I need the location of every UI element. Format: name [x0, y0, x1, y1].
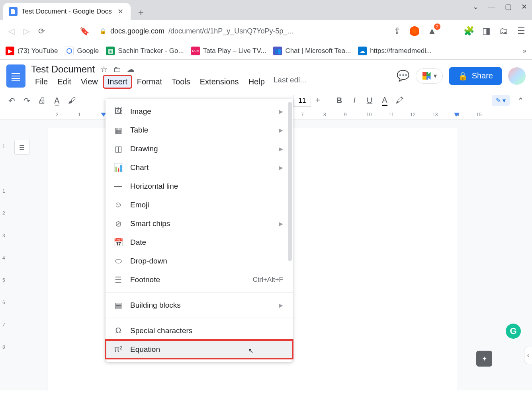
- drawing-icon: ◫: [113, 144, 123, 154]
- last-edit-link[interactable]: Last edi...: [274, 76, 306, 88]
- submenu-arrow-icon: ▶: [279, 302, 283, 308]
- spellcheck-button[interactable]: A̲: [50, 94, 64, 107]
- comments-button[interactable]: 💬: [397, 70, 409, 82]
- insert-smart-chips[interactable]: ⊘Smart chips▶: [106, 214, 293, 233]
- cloud-status-icon[interactable]: ☁: [127, 64, 135, 74]
- undo-button[interactable]: ↶: [5, 94, 18, 107]
- insert-hr[interactable]: —Horizontal line: [106, 177, 293, 195]
- share-url-icon[interactable]: ⇪: [392, 26, 402, 36]
- extensions-icon[interactable]: 🧩: [464, 26, 474, 36]
- text-color-button[interactable]: A: [378, 94, 391, 107]
- underline-button[interactable]: U: [363, 94, 376, 107]
- grammarly-icon[interactable]: G: [506, 324, 521, 339]
- side-panel-toggle[interactable]: ‹: [524, 347, 532, 364]
- minimize-button[interactable]: —: [488, 2, 495, 11]
- header-actions: 💬 ▾ 🔒Share: [397, 67, 526, 85]
- bookmarks-overflow[interactable]: »: [523, 47, 526, 55]
- address-bar[interactable]: 🔒 docs.google.com/document/d/1hP_y_UsnQ7…: [94, 23, 309, 39]
- menu-help[interactable]: Help: [244, 76, 269, 88]
- paint-format-button[interactable]: 🖌: [65, 94, 79, 107]
- insert-image[interactable]: 🖼Image▶: [106, 102, 293, 121]
- highlight-button[interactable]: 🖍: [393, 94, 407, 107]
- pi-icon: π²: [113, 345, 123, 354]
- menu-file[interactable]: File: [31, 76, 52, 88]
- document-title[interactable]: Test Document: [31, 64, 95, 75]
- bookmark-tata[interactable]: TATATata Play – Live TV...: [191, 47, 266, 55]
- submenu-arrow-icon: ▶: [279, 164, 283, 171]
- close-tab-button[interactable]: ✕: [116, 6, 125, 18]
- collapse-toolbar-button[interactable]: ⌃: [514, 94, 527, 107]
- menu-view[interactable]: View: [77, 76, 102, 88]
- menu-extensions[interactable]: Extensions: [196, 76, 243, 88]
- redo-button[interactable]: ↷: [20, 94, 33, 107]
- menu-tools[interactable]: Tools: [168, 76, 194, 88]
- back-button[interactable]: ◁: [6, 25, 17, 37]
- insert-special-chars[interactable]: ΩSpecial characters: [106, 321, 293, 340]
- chips-icon: ⊘: [113, 219, 123, 228]
- insert-dropdown[interactable]: ⬭Drop-down: [106, 252, 293, 270]
- move-icon[interactable]: 🗀: [113, 65, 121, 74]
- youtube-icon: ▶: [6, 47, 14, 55]
- insert-chart[interactable]: 📊Chart▶: [106, 158, 293, 177]
- forward-button[interactable]: ▷: [21, 25, 32, 37]
- bookmarks-bar: ▶(73) YouTube Google ▦Sachin Tracker - G…: [0, 42, 532, 60]
- brave-shields-icon[interactable]: [409, 26, 420, 36]
- insert-equation[interactable]: π²Equation: [106, 340, 293, 359]
- italic-button[interactable]: I: [348, 94, 361, 107]
- insert-date[interactable]: 📅Date: [106, 233, 293, 252]
- bookmark-page-button[interactable]: 🔖: [79, 25, 90, 37]
- menubar: File Edit View Insert Format Tools Exten…: [31, 76, 306, 88]
- account-avatar[interactable]: [508, 67, 526, 85]
- insert-drawing[interactable]: ◫Drawing▶: [106, 139, 293, 158]
- share-button[interactable]: 🔒Share: [449, 67, 502, 85]
- font-size-input[interactable]: 11: [293, 95, 311, 107]
- window-dropdown-icon[interactable]: ⌄: [473, 2, 479, 11]
- bookmark-teams[interactable]: 👥Chat | Microsoft Tea...: [273, 47, 351, 55]
- sidebar-icon[interactable]: ◨: [481, 26, 491, 36]
- insert-footnote[interactable]: ☰FootnoteCtrl+Alt+F: [106, 270, 293, 289]
- bookmark-google[interactable]: Google: [65, 47, 99, 55]
- menu-format[interactable]: Format: [133, 76, 166, 88]
- indent-marker-right[interactable]: [454, 113, 460, 117]
- vertical-ruler[interactable]: 1 1 2 3 4 5 6 7 8: [2, 120, 10, 390]
- menu-insert[interactable]: Insert: [104, 76, 131, 88]
- explore-button[interactable]: ✦: [476, 351, 492, 367]
- insert-table[interactable]: ▦Table▶: [106, 121, 293, 139]
- google-icon: [65, 47, 74, 55]
- docs-logo-icon[interactable]: [6, 64, 25, 88]
- wallet-icon[interactable]: 🗂: [499, 26, 509, 36]
- meet-button[interactable]: ▾: [416, 68, 443, 84]
- window-controls: ⌄ — ▢ ✕: [473, 2, 527, 11]
- meet-icon: [422, 71, 431, 81]
- app-menu-icon[interactable]: ☰: [516, 26, 526, 36]
- browser-tab[interactable]: Test Document - Google Docs ✕: [3, 3, 131, 20]
- nav-row: ◁ ▷ ⟳ 🔖 🔒 docs.google.com/document/d/1hP…: [0, 20, 532, 42]
- insert-emoji[interactable]: ☺Emoji: [106, 195, 293, 214]
- onedrive-icon: ☁: [358, 47, 367, 55]
- teams-icon: 👥: [273, 47, 282, 55]
- submenu-arrow-icon: ▶: [279, 146, 283, 152]
- bookmark-sheets[interactable]: ▦Sachin Tracker - Go...: [106, 47, 184, 55]
- menu-edit[interactable]: Edit: [53, 76, 75, 88]
- reload-button[interactable]: ⟳: [36, 25, 47, 37]
- new-tab-button[interactable]: +: [134, 6, 148, 20]
- editing-mode-button[interactable]: ✎ ▾: [492, 95, 510, 106]
- blocks-icon: ▤: [113, 301, 123, 310]
- bold-button[interactable]: B: [332, 94, 346, 107]
- date-icon: 📅: [113, 238, 123, 247]
- docs-header: Test Document ☆ 🗀 ☁ File Edit View Inser…: [0, 60, 532, 88]
- maximize-button[interactable]: ▢: [505, 2, 512, 11]
- bookmark-onedrive[interactable]: ☁https://framedmedi...: [358, 47, 432, 55]
- insert-building-blocks[interactable]: ▤Building blocks▶: [106, 296, 293, 314]
- show-outline-button[interactable]: ☰: [14, 140, 29, 155]
- tata-icon: TATA: [191, 47, 200, 55]
- close-window-button[interactable]: ✕: [521, 2, 527, 11]
- font-size-increase[interactable]: +: [311, 94, 325, 107]
- star-icon[interactable]: ☆: [100, 64, 108, 74]
- bookmark-youtube[interactable]: ▶(73) YouTube: [6, 47, 58, 55]
- lock-share-icon: 🔒: [458, 71, 468, 81]
- dropdown-icon: ⬭: [113, 256, 123, 266]
- submenu-arrow-icon: ▶: [279, 108, 283, 115]
- rewards-icon[interactable]: ▲2: [427, 26, 437, 36]
- print-button[interactable]: 🖨: [35, 94, 49, 107]
